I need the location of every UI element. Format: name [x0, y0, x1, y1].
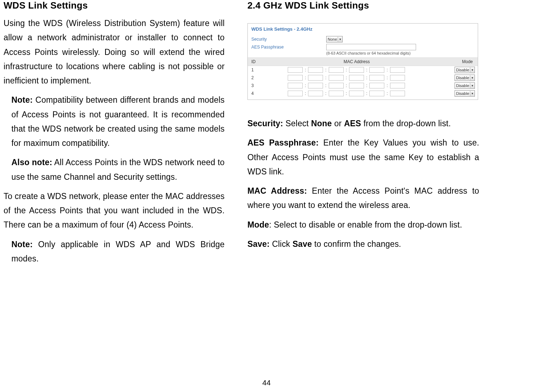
mac-octet-input[interactable] — [288, 75, 303, 81]
mac-octet-input[interactable] — [390, 67, 405, 73]
mac-octet-input[interactable] — [329, 91, 344, 96]
mac-separator: : — [303, 67, 308, 72]
desc-save-word: Save — [292, 239, 312, 249]
desc-mode-label: Mode — [247, 220, 269, 229]
row-mode: Disable▼ — [439, 90, 478, 97]
mac-octet-input[interactable] — [329, 75, 344, 81]
mode-select[interactable]: Disable▼ — [455, 82, 475, 89]
aes-label: AES Passphrase — [251, 45, 326, 50]
mac-separator: : — [384, 83, 390, 88]
row-mac: ::::: — [275, 90, 439, 97]
row-id: 1 — [248, 66, 275, 74]
mac-octet-input[interactable] — [288, 67, 303, 73]
page-number: 44 — [0, 378, 533, 387]
chevron-down-icon: ▼ — [470, 91, 475, 96]
desc-security-aes: AES — [344, 119, 361, 128]
desc-mode: Mode: Select to disable or enable from t… — [247, 218, 479, 232]
mac-separator: : — [344, 83, 349, 88]
mac-octet-input[interactable] — [390, 91, 405, 96]
mode-select-value: Disable — [456, 68, 469, 72]
mac-octet-input[interactable] — [288, 91, 303, 96]
security-label: Security — [251, 37, 326, 42]
row-id: 3 — [248, 82, 275, 90]
mac-octet-input[interactable] — [308, 91, 323, 96]
mode-select[interactable]: Disable▼ — [455, 67, 475, 73]
mac-octet-input[interactable] — [349, 91, 364, 96]
mac-octet-input[interactable] — [369, 67, 384, 73]
desc-save: Save: Click Save to confirm the changes. — [247, 237, 479, 251]
aes-hint: (8-63 ASCII characters or 64 hexadecimal… — [248, 51, 478, 57]
desc-security-rest: from the drop-down list. — [361, 119, 451, 128]
mac-octet-input[interactable] — [329, 83, 344, 88]
desc-security-none: None — [311, 119, 332, 128]
create-wds-paragraph: To create a WDS network, please enter th… — [4, 189, 225, 232]
desc-save-t1: Click — [270, 239, 292, 249]
note-applicable: Note: Only applicable in WDS AP and WDS … — [4, 237, 225, 266]
security-select-value: None — [328, 37, 337, 41]
mac-separator: : — [303, 91, 308, 96]
mac-octet-input[interactable] — [369, 91, 384, 96]
table-row: 4:::::Disable▼ — [248, 90, 478, 97]
chevron-down-icon: ▼ — [338, 37, 342, 42]
wds-table: ID MAC Address Mode 1:::::Disable▼2:::::… — [248, 57, 478, 97]
mac-separator: : — [364, 67, 369, 72]
row-mode: Disable▼ — [439, 74, 478, 82]
table-row: 3:::::Disable▼ — [248, 82, 478, 90]
desc-security: Security: Select None or AES from the dr… — [247, 116, 479, 131]
desc-mac: MAC Address: Enter the Access Point's MA… — [247, 184, 479, 213]
desc-security-label: Security: — [247, 119, 283, 128]
col-header-mac: MAC Address — [275, 58, 439, 66]
mac-separator: : — [364, 75, 369, 80]
chevron-down-icon: ▼ — [470, 75, 475, 80]
mac-separator: : — [384, 67, 390, 72]
col-header-id: ID — [248, 58, 275, 66]
row-id: 4 — [248, 90, 275, 97]
mac-octet-input[interactable] — [308, 83, 323, 88]
security-select[interactable]: None ▼ — [326, 36, 343, 42]
note-compatibility: Note: Compatibility between different br… — [4, 93, 225, 150]
mac-octet-input[interactable] — [288, 83, 303, 88]
mode-select[interactable]: Disable▼ — [455, 75, 475, 81]
mode-select-value: Disable — [456, 83, 469, 88]
mac-octet-input[interactable] — [349, 75, 364, 81]
mac-octet-input[interactable] — [390, 83, 405, 88]
mac-separator: : — [384, 91, 390, 96]
row-id: 2 — [248, 74, 275, 82]
intro-paragraph: Using the WDS (Wireless Distribution Sys… — [4, 16, 225, 88]
mac-separator: : — [344, 75, 349, 80]
table-row: 1:::::Disable▼ — [248, 66, 478, 74]
row-mac: ::::: — [275, 82, 439, 90]
mac-octet-input[interactable] — [349, 83, 364, 88]
aes-passphrase-input[interactable] — [326, 44, 416, 50]
mode-select[interactable]: Disable▼ — [455, 90, 475, 97]
mac-octet-input[interactable] — [308, 75, 323, 81]
mac-octet-input[interactable] — [308, 67, 323, 73]
note-applicable-text: Only applicable in WDS AP and WDS Bridge… — [11, 240, 225, 263]
section-title-left: WDS Link Settings — [4, 0, 225, 11]
row-mode: Disable▼ — [439, 82, 478, 90]
row-mac: ::::: — [275, 74, 439, 82]
aes-row: AES Passphrase — [248, 43, 478, 51]
mac-octet-input[interactable] — [329, 67, 344, 73]
section-title-right: 2.4 GHz WDS Link Settings — [247, 0, 479, 11]
mac-octet-input[interactable] — [349, 67, 364, 73]
desc-security-or: or — [332, 119, 344, 128]
desc-mac-label: MAC Address: — [247, 186, 307, 195]
desc-aes-label: AES Passphrase: — [247, 138, 319, 147]
note-text: Compatibility between different brands a… — [11, 95, 225, 148]
mode-select-value: Disable — [456, 91, 469, 96]
row-mode: Disable▼ — [439, 66, 478, 74]
mac-separator: : — [303, 75, 308, 80]
mac-octet-input[interactable] — [369, 83, 384, 88]
security-row: Security None ▼ — [248, 35, 478, 43]
wds-settings-panel: WDS Link Settings - 2.4GHz Security None… — [247, 23, 478, 100]
table-row: 2:::::Disable▼ — [248, 74, 478, 82]
mac-separator: : — [384, 75, 390, 80]
mac-octet-input[interactable] — [369, 75, 384, 81]
mac-separator: : — [323, 83, 328, 88]
mac-octet-input[interactable] — [390, 75, 405, 81]
mac-separator: : — [323, 91, 328, 96]
chevron-down-icon: ▼ — [470, 83, 475, 88]
desc-security-t1: Select — [283, 119, 311, 128]
also-note: Also note: All Access Points in the WDS … — [4, 155, 225, 184]
